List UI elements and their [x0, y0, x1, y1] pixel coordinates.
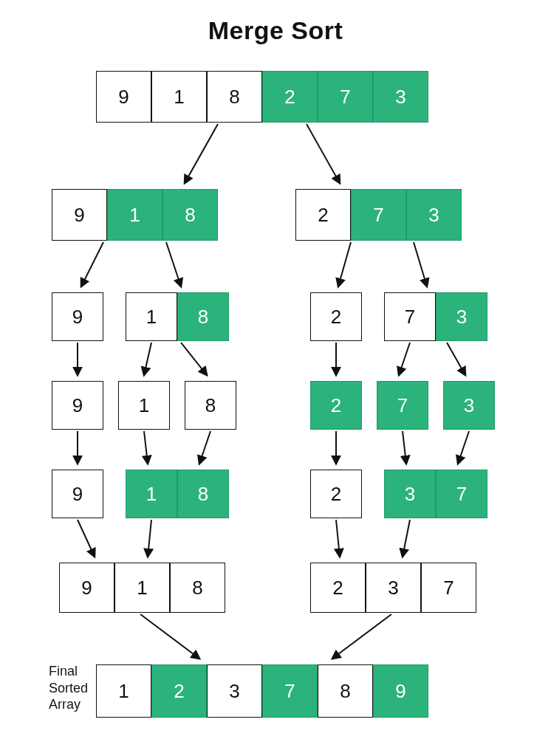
final-sorted-label: Final Sorted Array [49, 663, 88, 713]
cell-r1L-1: 1 [107, 189, 162, 241]
merge-sort-diagram: Merge Sort Final Sorted Array 9182739182… [0, 0, 551, 756]
cell-r5R-1: 3 [366, 563, 421, 613]
arrow-17 [458, 431, 469, 464]
cell-r4R-2: 7 [436, 470, 487, 518]
cell-r1R-1: 7 [351, 189, 406, 241]
cell-r3R-1: 7 [377, 381, 428, 430]
arrow-5 [414, 242, 427, 286]
cell-r3R-0: 2 [310, 381, 362, 430]
arrow-3 [166, 242, 181, 286]
arrow-0 [185, 124, 218, 183]
cell-r6-2: 3 [207, 664, 262, 718]
cell-r6-3: 7 [262, 664, 318, 718]
cell-r0-4: 7 [318, 71, 373, 123]
cell-r5L-1: 1 [114, 563, 170, 613]
cell-r5L-2: 8 [170, 563, 225, 613]
arrow-11 [447, 343, 465, 375]
cell-r2L-1: 1 [126, 292, 177, 341]
cell-r1L-2: 8 [162, 189, 218, 241]
arrow-8 [181, 343, 207, 375]
cell-r0-2: 8 [207, 71, 262, 123]
cell-r3R-2: 3 [443, 381, 495, 430]
cell-r6-5: 9 [373, 664, 428, 718]
arrow-1 [307, 124, 340, 183]
cell-r0-1: 1 [151, 71, 207, 123]
cell-r2R-2: 3 [436, 292, 487, 341]
cell-r2R-1: 7 [384, 292, 436, 341]
cell-r4L-0: 9 [52, 470, 103, 518]
arrow-16 [403, 431, 406, 464]
cell-r5L-0: 9 [59, 563, 114, 613]
arrow-13 [144, 431, 148, 464]
arrow-18 [78, 520, 95, 557]
arrow-4 [338, 242, 351, 286]
cell-r3L-2: 8 [185, 381, 236, 430]
cell-r4R-1: 3 [384, 470, 436, 518]
arrow-20 [336, 520, 340, 557]
cell-r5R-2: 7 [421, 563, 476, 613]
cell-r5R-0: 2 [310, 563, 366, 613]
cell-r2L-0: 9 [52, 292, 103, 341]
cell-r1R-0: 2 [295, 189, 351, 241]
diagram-title: Merge Sort [0, 16, 551, 45]
cell-r3L-0: 9 [52, 381, 103, 430]
cell-r0-0: 9 [96, 71, 151, 123]
arrow-10 [399, 343, 410, 375]
cell-r6-1: 2 [151, 664, 207, 718]
arrow-2 [81, 242, 103, 286]
cell-r6-0: 1 [96, 664, 151, 718]
arrow-14 [199, 431, 211, 464]
arrow-22 [140, 614, 199, 659]
arrow-21 [403, 520, 410, 557]
cell-r2R-0: 2 [310, 292, 362, 341]
cell-r2L-2: 8 [177, 292, 229, 341]
arrow-23 [332, 614, 391, 659]
cell-r3L-1: 1 [118, 381, 170, 430]
cell-r0-3: 2 [262, 71, 318, 123]
cell-r4L-2: 8 [177, 470, 229, 518]
cell-r1L-0: 9 [52, 189, 107, 241]
cell-r0-5: 3 [373, 71, 428, 123]
cell-r4R-0: 2 [310, 470, 362, 518]
cell-r1R-2: 3 [406, 189, 462, 241]
arrow-19 [148, 520, 151, 557]
cell-r6-4: 8 [318, 664, 373, 718]
cell-r4L-1: 1 [126, 470, 177, 518]
arrow-7 [144, 343, 151, 375]
